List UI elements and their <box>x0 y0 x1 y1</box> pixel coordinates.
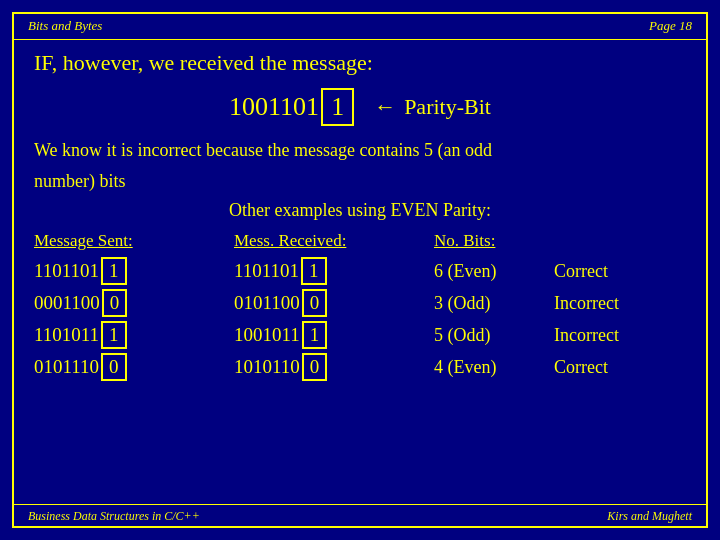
parity-label-text: Parity-Bit <box>404 94 491 120</box>
sent-parity-3: 0 <box>101 353 127 381</box>
footer-right: Kirs and Mughett <box>607 509 692 524</box>
examples-table: Message Sent: Mess. Received: No. Bits: … <box>34 231 686 381</box>
sent-bits-1: 0001100 <box>34 292 100 314</box>
recv-parity-0: 1 <box>301 257 327 285</box>
header-title: Bits and Bytes <box>28 18 102 34</box>
cell-recv-3: 1010110 0 <box>234 353 434 381</box>
sent-bits-2: 1101011 <box>34 324 99 346</box>
header-bar: Bits and Bytes Page 18 <box>12 12 708 40</box>
parity-bit-box: 1 <box>321 88 354 126</box>
col-header-received: Mess. Received: <box>234 231 434 251</box>
cell-sent-1: 0001100 0 <box>34 289 234 317</box>
cell-result-2: Incorrect <box>554 325 686 346</box>
cell-nobits-2: 5 (Odd) <box>434 325 554 346</box>
col-header-sent: Message Sent: <box>34 231 234 251</box>
footer-bar: Business Data Structures in C/C++ Kirs a… <box>12 504 708 528</box>
recv-parity-1: 0 <box>302 289 328 317</box>
parity-number-display: 1001101 1 <box>229 88 354 126</box>
footer-left: Business Data Structures in C/C++ <box>28 509 200 524</box>
cell-recv-1: 0101100 0 <box>234 289 434 317</box>
recv-parity-2: 1 <box>302 321 328 349</box>
cell-sent-0: 1101101 1 <box>34 257 234 285</box>
subheading: Other examples using EVEN Parity: <box>34 200 686 221</box>
cell-result-1: Incorrect <box>554 293 686 314</box>
cell-nobits-1: 3 (Odd) <box>434 293 554 314</box>
col-header-result <box>554 231 686 251</box>
recv-bits-1: 0101100 <box>234 292 300 314</box>
table-header-row: Message Sent: Mess. Received: No. Bits: <box>34 231 686 253</box>
table-row: 1101101 1 1101101 1 6 (Even) Correct <box>34 257 686 285</box>
recv-parity-3: 0 <box>302 353 328 381</box>
recv-bits-0: 1101101 <box>234 260 299 282</box>
header-page: Page 18 <box>649 18 692 34</box>
left-arrow-icon: ← <box>374 94 396 120</box>
table-rows: 1101101 1 1101101 1 6 (Even) Correct 000… <box>34 257 686 381</box>
sent-parity-2: 1 <box>101 321 127 349</box>
main-heading: IF, however, we received the message: <box>34 50 686 76</box>
cell-recv-0: 1101101 1 <box>234 257 434 285</box>
sent-bits-3: 0101110 <box>34 356 99 378</box>
parity-arrow-label: ← Parity-Bit <box>374 94 491 120</box>
recv-bits-2: 1001011 <box>234 324 300 346</box>
parity-example: 1001101 1 ← Parity-Bit <box>34 88 686 126</box>
table-row: 1101011 1 1001011 1 5 (Odd) Incorrect <box>34 321 686 349</box>
cell-result-0: Correct <box>554 261 686 282</box>
cell-recv-2: 1001011 1 <box>234 321 434 349</box>
table-row: 0101110 0 1010110 0 4 (Even) Correct <box>34 353 686 381</box>
cell-result-3: Correct <box>554 357 686 378</box>
sent-bits-0: 1101101 <box>34 260 99 282</box>
col-header-nobits: No. Bits: <box>434 231 554 251</box>
sent-parity-0: 1 <box>101 257 127 285</box>
table-row: 0001100 0 0101100 0 3 (Odd) Incorrect <box>34 289 686 317</box>
cell-nobits-0: 6 (Even) <box>434 261 554 282</box>
parity-number: 1001101 <box>229 92 319 122</box>
cell-nobits-3: 4 (Even) <box>434 357 554 378</box>
main-content: IF, however, we received the message: 10… <box>14 40 706 510</box>
cell-sent-2: 1101011 1 <box>34 321 234 349</box>
sent-parity-1: 0 <box>102 289 128 317</box>
recv-bits-3: 1010110 <box>234 356 300 378</box>
description-line2: number) bits <box>34 169 686 194</box>
description-line1: We know it is incorrect because the mess… <box>34 138 686 163</box>
cell-sent-3: 0101110 0 <box>34 353 234 381</box>
